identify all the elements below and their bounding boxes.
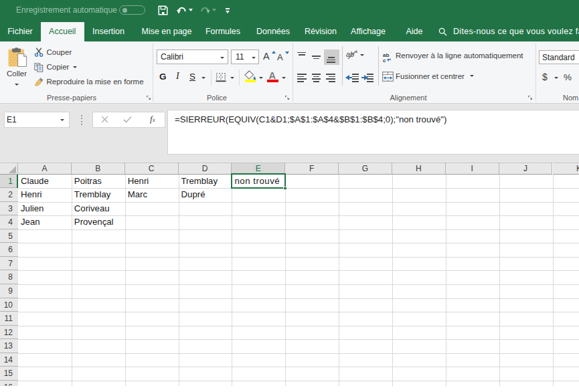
svg-text:c: c — [383, 58, 386, 63]
